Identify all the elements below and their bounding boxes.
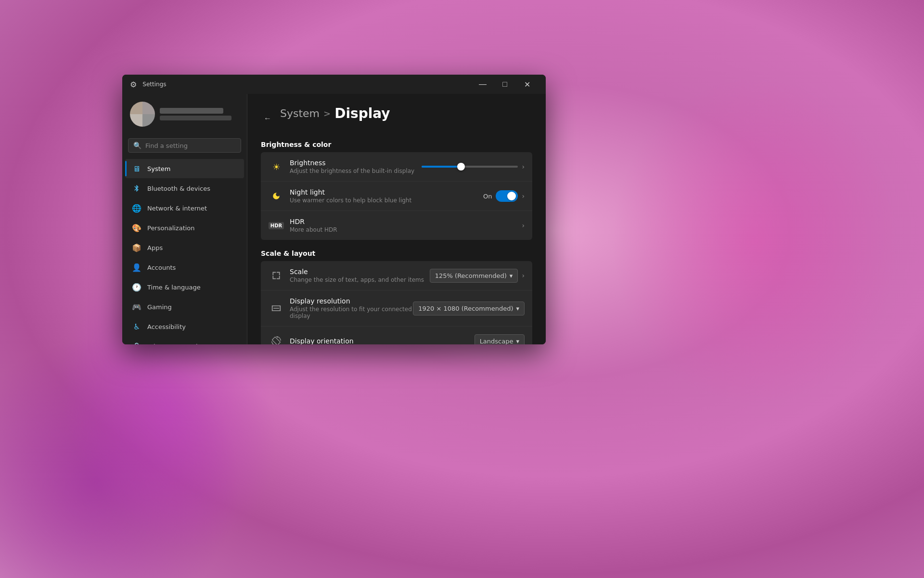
time-icon: 🕐 (132, 282, 141, 292)
scale-row[interactable]: Scale Change the size of text, apps, and… (261, 261, 532, 290)
search-input[interactable] (145, 142, 236, 149)
section-brightness-color-header: Brightness & color (261, 141, 532, 148)
window-body: 🔍 🖥 System Bluetooth & devices 🌐 (122, 94, 546, 344)
privacy-icon: 🔒 (132, 342, 141, 344)
display-resolution-icon (269, 301, 284, 316)
slider-thumb[interactable] (457, 163, 465, 171)
search-box[interactable]: 🔍 (128, 138, 241, 153)
brightness-chevron: › (522, 163, 525, 171)
display-orientation-dropdown-arrow: ▾ (516, 338, 519, 345)
scale-dropdown-arrow: ▾ (510, 272, 513, 279)
breadcrumb: System > Display (280, 105, 390, 121)
display-orientation-control: Landscape ▾ (475, 334, 525, 345)
avatar (130, 102, 155, 127)
toggle-thumb (507, 192, 516, 200)
back-button[interactable]: ← (261, 112, 274, 125)
sidebar-item-apps[interactable]: 📦 Apps (125, 238, 244, 257)
sidebar-item-bluetooth-label: Bluetooth & devices (147, 185, 210, 192)
user-profile[interactable] (122, 94, 247, 134)
breadcrumb-parent[interactable]: System (280, 107, 320, 119)
brightness-desc: Adjust the brightness of the built-in di… (290, 168, 422, 174)
scale-icon (269, 268, 284, 283)
breadcrumb-separator: > (323, 108, 331, 118)
scale-control: 125% (Recommended) ▾ › (430, 269, 525, 283)
slider-track (422, 166, 518, 168)
apps-icon: 📦 (132, 243, 141, 252)
scale-chevron: › (522, 272, 525, 279)
night-light-toggle[interactable] (496, 190, 518, 202)
display-resolution-dropdown-arrow: ▾ (516, 305, 519, 312)
hdr-desc: More about HDR (290, 226, 522, 233)
display-orientation-icon (269, 333, 284, 344)
scale-dropdown[interactable]: 125% (Recommended) ▾ (430, 269, 518, 283)
search-icon: 🔍 (133, 142, 141, 149)
sidebar-item-personalization-label: Personalization (147, 224, 195, 232)
display-orientation-row[interactable]: Display orientation Landscape ▾ (261, 327, 532, 344)
sidebar-item-bluetooth[interactable]: Bluetooth & devices (125, 179, 244, 198)
sidebar-item-apps-label: Apps (147, 244, 163, 251)
display-resolution-row[interactable]: Display resolution Adjust the resolution… (261, 290, 532, 327)
user-info (160, 108, 239, 120)
night-light-chevron: › (522, 192, 525, 200)
sidebar-item-privacy[interactable]: 🔒 Privacy & security (125, 337, 244, 344)
scale-value: 125% (Recommended) (435, 272, 507, 279)
hdr-row[interactable]: HDR HDR More about HDR › (261, 211, 532, 240)
sidebar-item-network[interactable]: 🌐 Network & internet (125, 198, 244, 218)
night-light-control: On › (483, 190, 525, 202)
sidebar: 🔍 🖥 System Bluetooth & devices 🌐 (122, 94, 247, 344)
display-resolution-text: Display resolution Adjust the resolution… (290, 297, 413, 319)
section-scale-layout-header: Scale & layout (261, 250, 532, 257)
breadcrumb-current: Display (334, 105, 390, 121)
sidebar-item-accounts[interactable]: 👤 Accounts (125, 258, 244, 277)
hdr-chevron: › (522, 222, 525, 229)
night-light-row[interactable]: Night light Use warmer colors to help bl… (261, 182, 532, 211)
sidebar-item-accessibility[interactable]: ♿ Accessibility (125, 317, 244, 336)
accessibility-icon: ♿ (132, 322, 141, 331)
night-light-text: Night light Use warmer colors to help bl… (290, 188, 483, 204)
brightness-row[interactable]: ☀ Brightness Adjust the brightness of th… (261, 152, 532, 182)
brightness-control: › (422, 162, 525, 171)
night-light-title: Night light (290, 188, 483, 196)
settings-window: ⚙ Settings — □ ✕ (122, 75, 546, 344)
title-bar-title: Settings (142, 81, 166, 88)
title-bar-left: ⚙ Settings (130, 80, 167, 89)
night-light-icon (269, 188, 284, 204)
display-orientation-dropdown[interactable]: Landscape ▾ (475, 334, 525, 345)
accounts-icon: 👤 (132, 263, 141, 272)
scale-title: Scale (290, 268, 430, 276)
sidebar-item-system-label: System (147, 165, 170, 172)
network-icon: 🌐 (132, 203, 141, 213)
user-name (160, 108, 223, 114)
hdr-icon: HDR (269, 222, 284, 229)
bluetooth-icon (132, 184, 141, 193)
display-resolution-desc: Adjust the resolution to fit your connec… (290, 306, 413, 319)
title-bar-controls: — □ ✕ (472, 77, 538, 92)
display-resolution-dropdown[interactable]: 1920 × 1080 (Recommended) ▾ (413, 302, 525, 315)
sidebar-item-system[interactable]: 🖥 System (125, 159, 244, 178)
scale-text: Scale Change the size of text, apps, and… (290, 268, 430, 283)
sidebar-item-time[interactable]: 🕐 Time & language (125, 277, 244, 297)
settings-app-icon: ⚙ (130, 80, 137, 89)
title-bar: ⚙ Settings — □ ✕ (122, 75, 546, 94)
hdr-title: HDR (290, 218, 522, 225)
system-icon: 🖥 (132, 164, 141, 173)
minimize-button[interactable]: — (472, 77, 494, 92)
night-light-desc: Use warmer colors to help block blue lig… (290, 197, 483, 204)
sidebar-nav: 🖥 System Bluetooth & devices 🌐 Network &… (122, 158, 247, 344)
hdr-control: › (522, 222, 525, 229)
personalization-icon: 🎨 (132, 223, 141, 233)
display-resolution-control: 1920 × 1080 (Recommended) ▾ (413, 302, 525, 315)
display-orientation-text: Display orientation (290, 337, 475, 344)
sidebar-item-privacy-label: Privacy & security (147, 343, 204, 345)
display-resolution-title: Display resolution (290, 297, 413, 305)
sidebar-item-gaming[interactable]: 🎮 Gaming (125, 297, 244, 316)
sidebar-item-network-label: Network & internet (147, 205, 207, 212)
maximize-button[interactable]: □ (494, 77, 516, 92)
close-button[interactable]: ✕ (516, 77, 538, 92)
brightness-text: Brightness Adjust the brightness of the … (290, 159, 422, 174)
scale-layout-card: Scale Change the size of text, apps, and… (261, 261, 532, 344)
gaming-icon: 🎮 (132, 302, 141, 312)
brightness-title: Brightness (290, 159, 422, 167)
brightness-slider[interactable] (422, 162, 518, 171)
sidebar-item-personalization[interactable]: 🎨 Personalization (125, 218, 244, 237)
